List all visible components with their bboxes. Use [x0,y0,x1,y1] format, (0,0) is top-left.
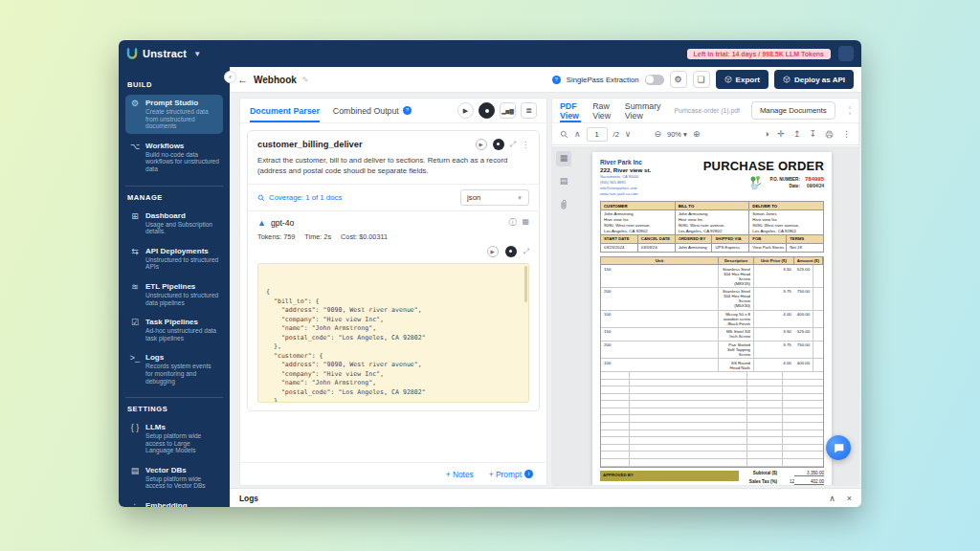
po-item-cell: 525.00 [794,328,813,341]
sidebar-item-subtitle: Build no-code data workflows for unstruc… [145,151,219,173]
logs-bar[interactable]: Logs ∧ × [230,488,861,507]
run-all-icon[interactable]: ▶ [457,102,474,119]
json-line: }, [266,342,521,352]
po-empty-row [601,459,823,467]
add-prompt-button[interactable]: + Prompt i [489,470,533,479]
po-items-header: Unit [601,257,719,265]
page-down-icon[interactable]: ∨ [625,129,632,139]
po-item-cell: Pan Slotted Self Tapping Screw [719,342,754,359]
chevron-down-icon[interactable]: ▼ [193,50,201,58]
sidebar-item[interactable]: ⌥ Workflows Build no-code data workflows… [125,138,223,177]
content-area: Document Parser Combined Output ? ▶ ▂▅▇ … [230,93,861,488]
search-icon[interactable] [560,130,568,139]
thumbnails-icon[interactable]: ▦ [556,151,571,166]
coverage-link[interactable]: Coverage: 1 of 1 docs [257,193,342,202]
attachments-icon[interactable] [556,197,571,212]
sidebar-item[interactable]: ⚙ Prompt Studio Create structured data f… [125,95,223,134]
kebab-menu-icon[interactable]: ⋮ [522,141,529,149]
json-line: "name": "John Armstrong", [266,324,521,334]
sidebar-item[interactable]: ⇆ API Deployments Unstructured to struct… [125,243,223,275]
po-meta-value: UPS Express [712,244,749,252]
document-panel: PDF View Raw View Summary View Purhcase-… [551,98,859,486]
bookmarks-icon[interactable]: ▤ [556,174,571,189]
edit-icon[interactable]: ✎ [302,76,309,84]
info-circle-icon[interactable]: ⓘ [508,217,516,228]
singlepass-toggle[interactable] [645,75,664,85]
po-item-cell: 150 [601,265,719,287]
sidebar-item[interactable]: ≋ ETL Pipelines Unstructured to structur… [125,278,223,310]
sidebar-item[interactable]: ☑ Task Pipelines Ad-hoc unstructured dat… [125,314,223,345]
task-pipelines-icon: ☑ [129,318,141,342]
po-item-cell: 4.00 [754,311,794,328]
page-number-input[interactable]: 1 [587,127,608,142]
project-box-icon[interactable]: ❏ [693,71,710,88]
add-notes-button[interactable]: + Notes [446,470,474,479]
po-item-cell: 100 [601,311,719,328]
logs-close-icon[interactable]: × [847,494,852,503]
workflows-icon: ⌥ [129,142,141,173]
api-deployments-icon: ⇆ [129,247,141,271]
pdf-page[interactable]: River Park Inc 222, River view st. Sacra… [592,152,832,485]
upload-icon[interactable]: ↥ [793,129,801,139]
sidebar-item[interactable]: ▤ Vector DBs Setup platform wide access … [125,462,223,494]
unstract-logo[interactable]: Unstract ▼ [126,48,201,59]
page-up-icon[interactable]: ∧ [574,129,581,139]
json-output[interactable]: { "bill_to": { "address": "9090, West ri… [257,263,529,403]
chat-icon [833,442,845,454]
download-icon[interactable]: ↧ [809,129,816,139]
po-party-line: Los Angeles, CA 92802 [749,229,823,234]
back-arrow-icon[interactable]: ← [237,74,248,85]
tab-document-parser[interactable]: Document Parser [250,99,320,122]
pan-icon[interactable]: ✛ [777,129,785,139]
print-icon[interactable] [825,130,834,139]
deploy-as-api-button[interactable]: Deploy as API [774,70,854,89]
expand-icon[interactable]: ⤢ [523,247,529,256]
zoom-out-icon[interactable]: ⊖ [654,129,661,139]
po-item-cell: 200 [601,342,719,359]
logs-expand-icon[interactable]: ∧ [829,494,835,503]
po-party: CUSTOMER John ArmstrongHive view Inc9090… [601,202,676,234]
manage-documents-button[interactable]: Manage Documents [751,101,835,120]
collapse-icon[interactable]: ⤢ [510,140,516,149]
po-item-cell: 200 [601,288,719,310]
singlepass-label: SinglePass Extraction [567,76,639,84]
output-format-select[interactable]: json ▼ [460,189,529,206]
tabs-scroll-right-icon[interactable]: › [849,111,851,117]
po-items-header: Description [719,257,754,265]
sidebar-collapse-button[interactable]: ‹ [224,71,236,83]
tab-combined-output[interactable]: Combined Output ? [333,99,412,122]
gear-icon[interactable]: ⚙ [670,71,687,88]
table-icon[interactable]: ▦ [522,217,529,228]
po-item-cell: 3.50 [754,328,794,341]
sidebar-item[interactable]: ⊞ Dashboard Usage and Subscription detai… [125,208,223,239]
zoom-in-icon[interactable]: ⊕ [693,129,701,139]
avatar[interactable] [838,46,854,61]
sidebar-item[interactable]: { } LLMs Setup platform wide access to L… [125,419,223,458]
chat-button[interactable] [826,435,851,460]
tab-summary-view[interactable]: Summary View [625,99,661,122]
desktop-background: Unstract ▼ Left in trial: 14 days / 998.… [0,0,980,551]
tab-pdf-view[interactable]: PDF View [560,99,581,122]
po-total-row: Sales Tax (%) 12 402.00 [739,479,824,485]
more-options-icon[interactable]: ⋮ [842,129,851,139]
po-empty-row [601,380,823,387]
model-output-icon[interactable] [505,246,517,257]
sidebar-item[interactable]: ∴ Embedding [125,497,223,507]
singlepass-info-icon[interactable]: ? [552,76,561,84]
run-prompt-icon[interactable]: ▶ [476,139,487,150]
vector-dbs-icon: ▤ [129,466,141,490]
run-model-icon[interactable]: ▶ [487,246,499,257]
po-company-contact-line: info@riverparkinc.com [600,186,651,190]
contrast-icon[interactable]: ◑ [764,129,768,139]
sidebar-item[interactable]: >_ Logs Records system events for monito… [125,349,223,388]
sidebar-item-subtitle: Unstructured to structured APIs [145,256,219,271]
output-analyzer-icon[interactable] [479,102,495,119]
tab-raw-view[interactable]: Raw View [592,99,613,122]
export-button[interactable]: Export [716,70,768,89]
prompt-description[interactable]: Extract the customer, bill to and delive… [248,152,539,184]
po-company-contact-line: Sacramento, CA 90000 [600,174,651,179]
zoom-level[interactable]: 90% ▾ [667,130,687,139]
list-icon[interactable]: ≣ [521,102,537,119]
chart-icon[interactable]: ▂▅▇ [500,102,516,119]
prompt-output-icon[interactable] [493,139,504,150]
